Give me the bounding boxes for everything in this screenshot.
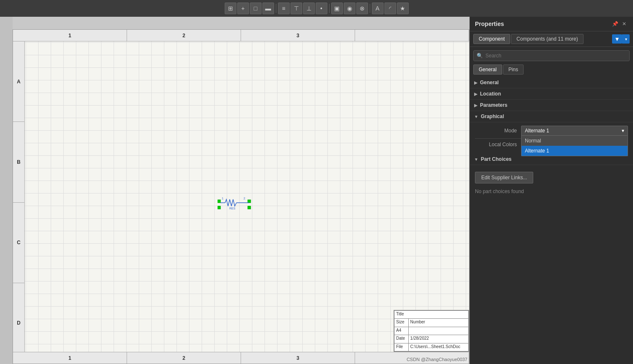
- number-value: [408, 327, 468, 335]
- resistor-svg: 1 2 RES: [218, 194, 251, 211]
- panel-pin-btn[interactable]: 📌: [611, 20, 619, 28]
- tab-bar: Component Components (and 11 more) ▼ ▾: [470, 31, 633, 47]
- resistor-component[interactable]: 1 2 RES: [218, 194, 251, 212]
- col-header-2: 2: [127, 30, 241, 41]
- bottom-ruler: 1 2 3: [13, 352, 469, 364]
- dropdown-arrow-icon: ▾: [622, 128, 624, 134]
- filter-btn[interactable]: ▼: [612, 34, 622, 44]
- number-label: Number: [408, 319, 468, 327]
- svg-rect-1: [248, 200, 251, 203]
- port-tool-btn[interactable]: ◉: [344, 3, 355, 14]
- part-choices-content: Edit Supplier Links... No part choices f…: [470, 168, 633, 199]
- sub-tab-pins[interactable]: Pins: [503, 65, 524, 75]
- panel-close-btn[interactable]: ✕: [620, 20, 628, 28]
- search-input[interactable]: [473, 50, 630, 61]
- section-general-header[interactable]: ▶ General: [470, 77, 633, 88]
- col-header-1: 1: [13, 30, 127, 41]
- col-header-4: [355, 30, 469, 41]
- filter-tool-btn[interactable]: ⊞: [225, 3, 236, 14]
- main-area: 1 2 3 A B C D: [0, 17, 633, 364]
- no-part-text: No part choices found: [475, 187, 628, 196]
- bottom-col-3: 3: [241, 352, 355, 364]
- row-header-a: A: [13, 41, 24, 122]
- toolbar-separator-2: [329, 4, 329, 13]
- tab-component[interactable]: Component: [473, 34, 510, 44]
- row-header-b: B: [13, 122, 24, 202]
- star-tool-btn[interactable]: ★: [397, 3, 409, 14]
- mode-current-value: Alternate 1: [525, 128, 549, 134]
- junction-tool-btn[interactable]: •: [316, 3, 327, 14]
- sub-tab-bar: General Pins: [470, 65, 633, 77]
- col-headers: 1 2 3: [13, 30, 469, 41]
- properties-panel: Properties 📌 ✕ Component Components (and…: [470, 17, 633, 364]
- section-location-label: Location: [480, 91, 501, 97]
- filter-dropdown-btn[interactable]: ▾: [622, 34, 630, 44]
- panel-title: Properties: [475, 21, 504, 27]
- file-value: C:\Users\...Sheet1.SchDoc: [408, 343, 468, 351]
- panel-header: Properties 📌 ✕: [470, 17, 633, 31]
- svg-text:1: 1: [222, 197, 223, 200]
- section-graphical-header[interactable]: ▼ Graphical: [470, 111, 633, 122]
- row-header-c: C: [13, 203, 24, 283]
- comp-tool-btn[interactable]: ▣: [331, 3, 343, 14]
- section-general-label: General: [480, 80, 499, 85]
- graphical-arrow-icon: ▼: [474, 114, 478, 119]
- section-parameters-header[interactable]: ▶ Parameters: [470, 100, 633, 111]
- line-tool-btn[interactable]: ▬: [262, 3, 274, 14]
- edit-supplier-btn[interactable]: Edit Supplier Links...: [475, 172, 533, 183]
- search-icon: 🔍: [477, 53, 483, 59]
- main-toolbar: ⊞ + □ ▬ ≡ ⊤ ⊥ • ▣ ◉ ⊗ A ◜ ★: [0, 0, 633, 17]
- toolbar-separator-3: [370, 4, 370, 13]
- section-parameters-label: Parameters: [480, 102, 507, 108]
- title-block: Title Size Number A4 Date 1/28/2022: [394, 310, 469, 352]
- power-tool-btn[interactable]: ⊥: [303, 3, 315, 14]
- text-tool-btn[interactable]: A: [372, 3, 384, 14]
- parameters-arrow-icon: ▶: [474, 103, 477, 108]
- search-box: 🔍: [473, 50, 630, 61]
- bottom-col-2: 2: [127, 352, 241, 364]
- local-colors-label: Local Colors: [475, 142, 521, 147]
- general-arrow-icon: ▶: [474, 80, 477, 85]
- props-content: ▶ General ▶ Location ▶ Parameters ▼ Grap…: [470, 77, 633, 364]
- mode-dropdown-wrapper: Alternate 1 ▾ Normal Alternate 1: [521, 126, 628, 136]
- svg-rect-2: [218, 206, 221, 209]
- bus-tool-btn[interactable]: ≡: [278, 3, 290, 14]
- left-ruler: [0, 17, 13, 364]
- wire-tool-btn[interactable]: ⊤: [291, 3, 302, 14]
- date-label: Date: [394, 335, 409, 343]
- graphical-content: Mode Alternate 1 ▾ Normal Alternate 1: [470, 122, 633, 154]
- svg-rect-0: [218, 200, 221, 203]
- tab-components-more[interactable]: Components (and 11 more): [511, 34, 584, 44]
- col-header-3: 3: [241, 30, 355, 41]
- mode-option-alternate1[interactable]: Alternate 1: [521, 146, 628, 156]
- mode-label: Mode: [475, 128, 521, 134]
- add-tool-btn[interactable]: +: [237, 3, 249, 14]
- netlab-tool-btn[interactable]: ⊗: [356, 3, 368, 14]
- mode-option-normal[interactable]: Normal: [521, 136, 628, 146]
- schematic-sheet[interactable]: 1 2 3 A B C D: [13, 29, 470, 364]
- svg-rect-3: [248, 206, 251, 209]
- mode-dropdown-trigger[interactable]: Alternate 1 ▾: [521, 126, 628, 136]
- size-value: A4: [394, 327, 409, 335]
- date-value: 1/28/2022: [408, 335, 468, 343]
- bottom-col-4: [355, 352, 469, 364]
- bottom-col-1: 1: [13, 352, 127, 364]
- rect-tool-btn[interactable]: □: [250, 3, 262, 14]
- location-arrow-icon: ▶: [474, 92, 477, 96]
- svg-text:2: 2: [244, 197, 245, 200]
- section-part-choices-label: Part Choices: [481, 156, 511, 162]
- section-graphical-label: Graphical: [481, 114, 504, 119]
- arc-tool-btn[interactable]: ◜: [384, 3, 396, 14]
- part-choices-arrow-icon: ▼: [474, 157, 478, 162]
- sub-tab-general[interactable]: General: [473, 65, 502, 75]
- title-cell: Title: [394, 311, 469, 319]
- panel-header-buttons: 📌 ✕: [611, 20, 628, 28]
- mode-dropdown[interactable]: Alternate 1 ▾ Normal Alternate 1: [521, 126, 628, 136]
- size-label: Size: [394, 319, 409, 327]
- canvas-area[interactable]: 1 2 3 A B C D: [0, 17, 470, 364]
- toolbar-separator-1: [276, 4, 276, 13]
- mode-dropdown-list: Normal Alternate 1: [521, 136, 628, 156]
- section-location-header[interactable]: ▶ Location: [470, 88, 633, 100]
- row-headers: A B C D: [13, 41, 25, 364]
- schematic-content[interactable]: 1 2 RES: [25, 41, 469, 351]
